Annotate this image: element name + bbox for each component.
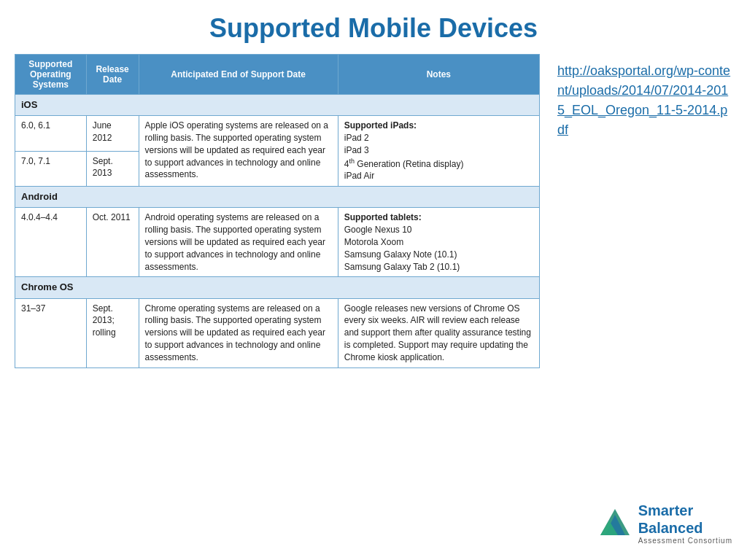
- section-row: Chrome OS: [15, 277, 540, 298]
- table-row: 6.0, 6.1June 2012Apple iOS operating sys…: [15, 116, 540, 151]
- page-title: Supported Mobile Devices: [0, 0, 747, 54]
- col-header-notes: Notes: [338, 55, 539, 95]
- main-table-container: Supported Operating Systems Release Date…: [15, 54, 540, 368]
- logo-smarter: Smarter: [638, 502, 732, 519]
- logo-area: Smarter Balanced Assessment Consortium: [597, 502, 732, 545]
- logo-consortium: Assessment Consortium: [638, 537, 732, 545]
- section-row: Android: [15, 187, 540, 208]
- logo-text: Smarter Balanced Assessment Consortium: [638, 502, 732, 545]
- col-header-release: Release Date: [86, 55, 139, 95]
- side-panel: http://oaksportal.org/wp-content/uploads…: [540, 54, 732, 140]
- table-row: 31–37Sept. 2013; rollingChrome operating…: [15, 298, 540, 368]
- col-header-eol: Anticipated End of Support Date: [139, 55, 338, 95]
- logo-balanced: Balanced: [638, 519, 732, 537]
- section-row: iOS: [15, 95, 540, 116]
- logo-icon: [597, 506, 632, 541]
- pdf-link[interactable]: http://oaksportal.org/wp-content/uploads…: [557, 63, 730, 137]
- supported-devices-table: Supported Operating Systems Release Date…: [15, 54, 540, 368]
- table-row: 4.0.4–4.4Oct. 2011Android operating syst…: [15, 208, 540, 277]
- col-header-os: Supported Operating Systems: [15, 55, 87, 95]
